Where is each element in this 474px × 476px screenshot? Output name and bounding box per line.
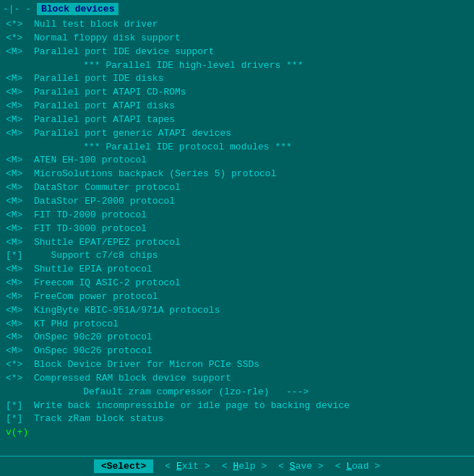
load-letter: L [346, 461, 352, 472]
main-container: -|- - Block devices <*> Null test block … [0, 0, 474, 476]
item-label: Support c7/c8 chips [34, 249, 158, 263]
item-tag: <M> [6, 222, 34, 236]
list-item: Default zram compressor (lzo-rle) ---> [6, 386, 468, 399]
item-tag: <*> [6, 358, 34, 372]
item-tag: <M> [6, 181, 34, 195]
list-item: <M> Parallel port ATAPI tapes [6, 113, 468, 127]
item-label: Parallel port ATAPI CD-ROMs [34, 86, 186, 100]
section-header: *** Parallel IDE high-level drivers *** [33, 59, 303, 73]
select-button[interactable]: <Select> [94, 459, 153, 473]
item-tag: <M> [6, 127, 34, 141]
list-item: <*> Compressed RAM block device support [6, 372, 468, 386]
item-label: FIT TD-3000 protocol [34, 222, 147, 236]
item-label: KingByte KBIC-951A/971A protocols [34, 304, 220, 318]
load-button[interactable]: < Load > [335, 461, 380, 472]
help-button[interactable]: < Help > [222, 461, 267, 472]
v-plus-indicator: v(+) [6, 426, 28, 440]
list-item: <M> OnSpec 90c20 protocol [6, 331, 468, 345]
item-label: KT PHd protocol [34, 318, 118, 332]
list-item: [*] Track zRam block status [6, 412, 468, 426]
item-label: Null test block driver [34, 18, 158, 32]
item-tag: <M> [6, 100, 34, 113]
list-item: <M> Parallel port ATAPI CD-ROMs [6, 86, 468, 100]
item-label: Parallel port IDE disks [34, 72, 163, 86]
item-label: Normal floppy disk support [34, 32, 181, 46]
item-tag: [*] [6, 399, 34, 413]
item-tag: <M> [6, 304, 34, 318]
item-label: Parallel port ATAPI tapes [34, 113, 175, 127]
list-item: *** Parallel IDE protocol modules *** [6, 141, 468, 155]
title-bar: -|- - Block devices [0, 0, 474, 17]
save-letter: S [290, 461, 296, 472]
list-item: <M> Parallel port IDE disks [6, 72, 468, 86]
list-item: <M> FIT TD-3000 protocol [6, 222, 468, 236]
section-header: *** Parallel IDE protocol modules *** [33, 141, 292, 155]
list-item: <M> Shuttle EPIA protocol [6, 263, 468, 277]
list-item: <M> Parallel port IDE device support [6, 46, 468, 59]
list-item: <M> DataStor Commuter protocol [6, 181, 468, 195]
list-item: <M> Parallel port generic ATAPI devices [6, 127, 468, 141]
list-item: <*> Block Device Driver for Micron PCIe … [6, 358, 468, 372]
item-label: FreeCom power protocol [34, 290, 158, 304]
exit-button[interactable]: < Exit > [165, 461, 210, 472]
item-label: MicroSolutions backpack (Series 5) proto… [34, 168, 276, 181]
item-tag: <M> [6, 318, 34, 332]
item-label: Compressed RAM block device support [34, 372, 231, 386]
section-header: Default zram compressor (lzo-rle) ---> [33, 386, 309, 399]
list-item: <*> Null test block driver [6, 18, 468, 32]
bottom-bar: <Select> < Exit > < Help > < Save > < Lo… [0, 456, 474, 476]
list-item: <M> FreeCom power protocol [6, 290, 468, 304]
item-label: Track zRam block status [34, 412, 163, 426]
item-label: Shuttle EPIA protocol [34, 263, 152, 277]
item-tag: <M> [6, 86, 34, 100]
item-label: DataStor EP-2000 protocol [34, 195, 175, 209]
item-label: Parallel port generic ATAPI devices [34, 127, 231, 141]
item-tag: <M> [6, 277, 34, 290]
save-button[interactable]: < Save > [278, 461, 323, 472]
list-item: <M> DataStor EP-2000 protocol [6, 195, 468, 209]
item-tag: <M> [6, 331, 34, 345]
list-item: [*] Support c7/c8 chips [6, 249, 468, 263]
item-tag: <M> [6, 209, 34, 222]
item-tag: <M> [6, 113, 34, 127]
item-label: OnSpec 90c26 protocol [34, 345, 152, 358]
item-tag: <M> [6, 290, 34, 304]
item-label: ATEN EH-100 protocol [34, 154, 147, 168]
list-item: <M> Parallel port ATAPI disks [6, 100, 468, 113]
item-tag: <*> [6, 32, 34, 46]
list-item: v(+) [6, 426, 468, 440]
item-tag: <M> [6, 195, 34, 209]
item-label: Shuttle EPAT/EPEZ protocol [34, 236, 181, 250]
list-item: <M> Shuttle EPAT/EPEZ protocol [6, 236, 468, 250]
item-tag: <M> [6, 154, 34, 168]
item-label: Freecom IQ ASIC-2 protocol [34, 277, 181, 290]
list-item: <M> ATEN EH-100 protocol [6, 154, 468, 168]
list-item: <M> KingByte KBIC-951A/971A protocols [6, 304, 468, 318]
item-label: DataStor Commuter protocol [34, 181, 181, 195]
item-tag: <M> [6, 345, 34, 358]
list-item: <M> MicroSolutions backpack (Series 5) p… [6, 168, 468, 181]
title-dashes: -|- - [3, 4, 31, 14]
list-item: <M> FIT TD-2000 protocol [6, 209, 468, 222]
list-item: <*> Normal floppy disk support [6, 32, 468, 46]
list-item: [*] Write back incompressible or idle pa… [6, 399, 468, 413]
title-highlight: Block devices [37, 3, 118, 15]
item-label: Parallel port IDE device support [34, 46, 215, 59]
item-tag: <M> [6, 263, 34, 277]
help-letter: H [233, 461, 238, 472]
item-tag: [*] [6, 412, 34, 426]
item-tag: <M> [6, 46, 34, 59]
item-label: Write back incompressible or idle page t… [34, 399, 350, 413]
item-tag: <M> [6, 72, 34, 86]
list-item: <M> KT PHd protocol [6, 318, 468, 332]
item-label: OnSpec 90c20 protocol [34, 331, 152, 345]
item-label: FIT TD-2000 protocol [34, 209, 147, 222]
item-tag: <M> [6, 236, 34, 250]
item-tag: <*> [6, 372, 34, 386]
list-item: <M> Freecom IQ ASIC-2 protocol [6, 277, 468, 290]
exit-letter: E [176, 461, 182, 472]
item-label: Parallel port ATAPI disks [34, 100, 175, 113]
item-tag: <*> [6, 18, 34, 32]
item-tag: [*] [6, 249, 34, 263]
list-item: <M> OnSpec 90c26 protocol [6, 345, 468, 358]
